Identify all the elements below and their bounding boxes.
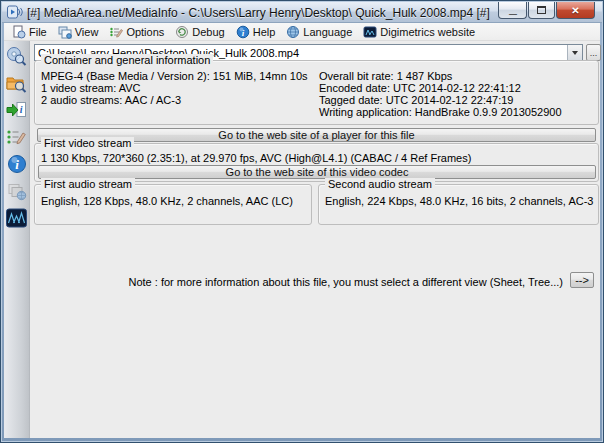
mediainfo-window: [#] MediaArea.net/MediaInfo - C:\Users\L… — [0, 0, 604, 443]
first-audio-info: English, 128 Kbps, 48.0 KHz, 2 channels,… — [41, 195, 293, 207]
general-bitrate-line: Overall bit rate: 1 487 Kbps — [319, 70, 562, 82]
web-folder-icon — [7, 181, 27, 201]
disc-search-icon — [6, 46, 27, 66]
menu-debug-label: Debug — [192, 26, 224, 38]
video-stream-info: 1 130 Kbps, 720*360 (2.35:1), at 29.970 … — [41, 152, 471, 164]
window-title: [#] MediaArea.net/MediaInfo - C:\Users\L… — [27, 5, 490, 20]
sidebar-toolbar: i i — [4, 41, 30, 438]
content-area: i i — [4, 41, 600, 438]
video-stream-group: First video stream 1 130 Kbps, 720*360 (… — [34, 143, 599, 182]
view-menu-icon — [58, 25, 72, 39]
minimize-icon: — — [509, 9, 516, 18]
sidebar-website-button[interactable] — [6, 180, 28, 202]
language-menu-icon — [286, 25, 300, 39]
folder-search-icon — [6, 73, 27, 93]
maximize-button[interactable] — [528, 2, 555, 19]
general-info-group-title: Container and general information — [41, 54, 213, 66]
codec-website-button[interactable]: Go to the web site of this video codec — [38, 165, 596, 179]
second-audio-group-title: Second audio stream — [325, 178, 435, 190]
minimize-button[interactable]: — — [498, 2, 527, 19]
options-list-icon — [6, 127, 27, 147]
menu-file-label: File — [29, 26, 47, 38]
debug-menu-icon — [175, 25, 189, 39]
menu-language[interactable]: Language — [282, 24, 359, 40]
general-tagged-date-line: Tagged date: UTC 2014-02-12 22:47:19 — [319, 94, 562, 106]
digimetrics-menu-icon — [363, 25, 377, 39]
sidebar-open-file-button[interactable] — [6, 45, 28, 67]
general-format-line: MPEG-4 (Base Media / Version 2): 151 MiB… — [41, 70, 308, 82]
first-audio-group-title: First audio stream — [41, 178, 135, 190]
menubar: File View Options Debug — [4, 23, 600, 41]
second-audio-group: Second audio stream English, 224 Kbps, 4… — [318, 184, 599, 225]
options-menu-icon — [109, 25, 123, 39]
browse-button[interactable]: ... — [586, 44, 601, 61]
menu-help[interactable]: i Help — [232, 24, 283, 40]
second-audio-info: English, 224 Kbps, 48.0 KHz, 16 bits, 2 … — [325, 195, 593, 207]
menu-digimetrics-website[interactable]: Digimetrics website — [359, 24, 482, 40]
export-info-icon: i — [6, 100, 27, 120]
menu-debug[interactable]: Debug — [171, 24, 231, 40]
note-text: Note : for more information about this f… — [129, 276, 564, 288]
menu-view-label: View — [75, 26, 99, 38]
help-menu-icon: i — [236, 25, 250, 39]
close-button[interactable]: ✕ — [556, 2, 595, 19]
first-audio-group: First audio stream English, 128 Kbps, 48… — [34, 184, 312, 225]
menu-digimetrics-label: Digimetrics website — [380, 26, 475, 38]
video-stream-group-title: First video stream — [41, 137, 134, 149]
general-encoded-date-line: Encoded date: UTC 2014-02-12 22:41:12 — [319, 82, 562, 94]
waveform-icon — [6, 208, 27, 228]
combobox-dropdown-button[interactable] — [567, 45, 582, 60]
general-audio-line: 2 audio streams: AAC / AC-3 — [41, 94, 308, 106]
titlebar: [#] MediaArea.net/MediaInfo - C:\Users\L… — [2, 2, 602, 23]
maximize-icon — [537, 6, 546, 14]
sidebar-digimetrics-button[interactable] — [6, 207, 28, 229]
svg-text:i: i — [20, 104, 23, 115]
info-icon: i — [7, 154, 27, 174]
menu-view[interactable]: View — [54, 24, 106, 40]
general-info-right-column: Overall bit rate: 1 487 Kbps Encoded dat… — [319, 70, 562, 118]
menu-language-label: Language — [303, 26, 352, 38]
chevron-down-icon — [572, 51, 578, 58]
sidebar-export-button[interactable]: i — [6, 99, 28, 121]
general-writing-app-line: Writing application: HandBrake 0.9.9 201… — [319, 106, 562, 118]
general-video-line: 1 video stream: AVC — [41, 82, 308, 94]
sidebar-options-button[interactable] — [6, 126, 28, 148]
window-controls: — ✕ — [497, 2, 595, 19]
general-info-left-column: MPEG-4 (Base Media / Version 2): 151 MiB… — [41, 70, 308, 106]
svg-text:i: i — [15, 157, 19, 172]
sidebar-about-button[interactable]: i — [6, 153, 28, 175]
sidebar-open-folder-button[interactable] — [6, 72, 28, 94]
menu-options-label: Options — [126, 26, 164, 38]
close-icon: ✕ — [571, 5, 579, 16]
menu-help-label: Help — [253, 26, 276, 38]
main-panel: ... Container and general information MP… — [31, 41, 600, 438]
file-menu-icon — [12, 25, 26, 39]
app-icon — [7, 5, 23, 19]
note-next-view-button[interactable]: --> — [570, 272, 594, 288]
general-info-group: Container and general information MPEG-4… — [34, 60, 599, 125]
menu-file[interactable]: File — [8, 24, 54, 40]
menu-options[interactable]: Options — [105, 24, 171, 40]
